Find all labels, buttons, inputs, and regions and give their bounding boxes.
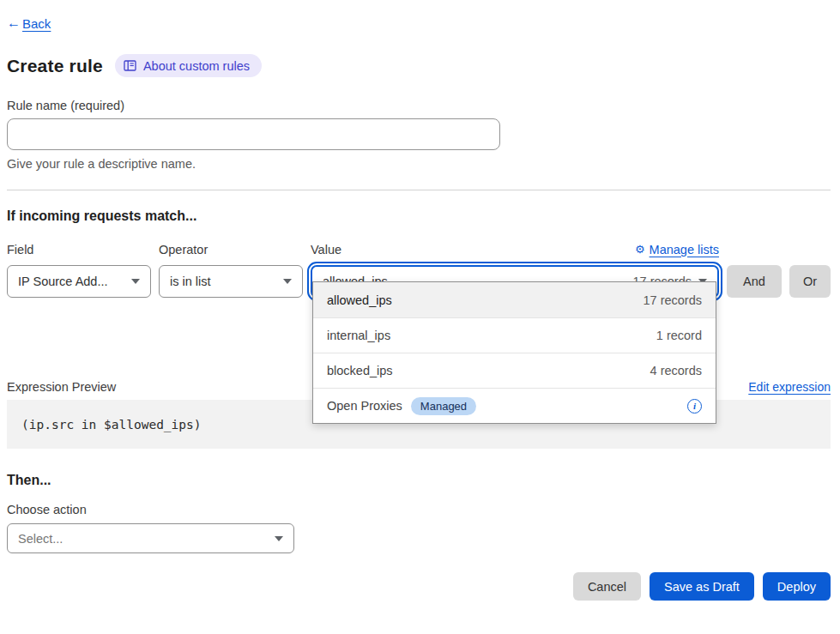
list-option-meta: 4 records — [650, 364, 702, 377]
chevron-down-icon — [283, 279, 292, 284]
manage-lists-link[interactable]: ⚙ Manage lists — [635, 243, 719, 257]
or-button[interactable]: Or — [789, 265, 831, 298]
list-option-allowed-ips[interactable]: allowed_ips 17 records — [313, 282, 716, 317]
footer-actions: Cancel Save as Draft Deploy — [7, 572, 831, 601]
list-option-name: Open Proxies — [327, 399, 402, 413]
choose-action-label: Choose action — [7, 503, 831, 516]
create-rule-page: ←Back Create rule About custom rules Rul… — [0, 0, 840, 634]
operator-select-value: is in list — [170, 275, 211, 288]
field-select[interactable]: IP Source Add... — [7, 265, 151, 298]
deploy-button[interactable]: Deploy — [763, 572, 831, 601]
expression-code: (ip.src in $allowed_ips) — [21, 418, 202, 432]
expression-preview-label: Expression Preview — [7, 380, 116, 394]
field-column: Field IP Source Add... — [7, 241, 151, 298]
field-select-value: IP Source Add... — [18, 275, 108, 288]
manage-lists-label: Manage lists — [650, 243, 719, 257]
cancel-button[interactable]: Cancel — [573, 572, 641, 601]
save-as-draft-button[interactable]: Save as Draft — [650, 572, 754, 601]
section-divider — [7, 190, 831, 190]
about-custom-rules-label: About custom rules — [143, 59, 250, 73]
book-icon — [124, 60, 136, 71]
list-option-name: allowed_ips — [327, 293, 392, 307]
back-link[interactable]: ←Back — [7, 15, 51, 31]
managed-badge: Managed — [411, 397, 476, 415]
list-option-internal-ips[interactable]: internal_ips 1 record — [313, 317, 716, 353]
title-row: Create rule About custom rules — [7, 54, 831, 77]
value-column: Value ⚙ Manage lists allowed_ips 17 reco… — [311, 241, 719, 298]
operator-select[interactable]: is in list — [159, 265, 303, 298]
action-select-placeholder: Select... — [18, 532, 63, 546]
list-option-meta: 1 record — [656, 329, 702, 342]
list-option-left: Open Proxies Managed — [327, 397, 476, 415]
list-option-blocked-ips[interactable]: blocked_ips 4 records — [313, 353, 716, 388]
match-section-heading: If incoming requests match... — [7, 208, 831, 224]
then-section-heading: Then... — [7, 473, 831, 488]
about-custom-rules-link[interactable]: About custom rules — [115, 54, 262, 77]
and-button[interactable]: And — [727, 265, 782, 298]
value-label: Value — [311, 243, 341, 257]
list-option-name: internal_ips — [327, 329, 390, 342]
rule-name-input[interactable] — [7, 118, 500, 150]
list-option-name: blocked_ips — [327, 364, 393, 377]
list-option-meta: 17 records — [643, 293, 702, 307]
list-dropdown-menu: allowed_ips 17 records internal_ips 1 re… — [312, 281, 716, 424]
rule-name-label: Rule name (required) — [7, 99, 831, 112]
chevron-down-icon — [131, 279, 140, 284]
info-icon[interactable]: i — [687, 399, 702, 414]
back-row: ←Back — [7, 15, 831, 31]
back-arrow-icon: ← — [7, 15, 21, 31]
edit-expression-link[interactable]: Edit expression — [748, 380, 831, 394]
rule-name-helper: Give your rule a descriptive name. — [7, 157, 831, 171]
condition-row: Field IP Source Add... Operator is in li… — [7, 241, 831, 298]
page-title: Create rule — [7, 56, 103, 76]
field-label: Field — [7, 243, 33, 257]
rule-name-block: Rule name (required) Give your rule a de… — [7, 99, 831, 171]
action-select[interactable]: Select... — [7, 523, 294, 553]
operator-label: Operator — [159, 243, 208, 257]
gear-icon: ⚙ — [635, 243, 645, 256]
operator-column: Operator is in list — [159, 241, 303, 298]
chevron-down-icon — [275, 536, 283, 541]
list-option-open-proxies[interactable]: Open Proxies Managed i — [313, 388, 716, 423]
back-link-label: Back — [22, 16, 51, 31]
